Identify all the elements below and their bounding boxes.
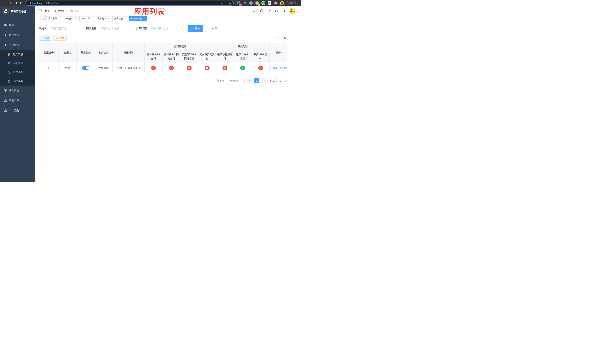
status-select[interactable] — [149, 25, 184, 32]
chevron-up-icon — [30, 44, 32, 46]
user-menu[interactable] — [290, 8, 298, 14]
password-key-icon[interactable] — [220, 1, 224, 5]
address-bar[interactable]: localhost:1024/pay/app — [26, 1, 234, 6]
share-icon[interactable] — [224, 1, 228, 5]
tab-user-group[interactable]: 用户分组✕ — [63, 16, 78, 21]
sidebar-item-workflow[interactable]: 工作流程 — [0, 106, 35, 116]
sidebar-fold-icon[interactable] — [38, 9, 42, 13]
close-icon[interactable]: ✕ — [124, 17, 126, 20]
sidebar-item-label: 基础设施 — [9, 89, 19, 92]
edit-label: 修改 — [273, 66, 277, 70]
browser-menu-button[interactable] — [297, 2, 299, 5]
sidebar-item-home[interactable]: 首页 — [0, 20, 35, 30]
tab-pay-orders[interactable]: 支付订单✕ — [79, 16, 95, 21]
sidebar-item-refund-orders[interactable]: 退款订单 — [0, 77, 35, 86]
status-toggle[interactable] — [82, 66, 89, 70]
update-label: 更新 — [289, 1, 293, 5]
export-button[interactable]: 导出 — [53, 35, 67, 41]
extension-blocks-icon[interactable]: 10 — [237, 1, 241, 5]
profile-emoji-avatar[interactable] — [280, 1, 284, 5]
sidebar-item-dev-tools[interactable]: 研发工具 — [0, 96, 35, 106]
fullscreen-icon[interactable] — [275, 9, 278, 13]
header-search-icon[interactable] — [252, 9, 256, 13]
col-header-alipay-qr: 支付宝扫码支付 — [198, 50, 216, 63]
sidebar-item-label: 退款订单 — [13, 79, 23, 83]
page-content: 应用名 商户名称 开启状态 搜索 — [35, 22, 301, 83]
extension-command-icon[interactable]: ⌘ — [249, 1, 253, 5]
browser-reload-button[interactable] — [13, 0, 18, 6]
tab-process-form[interactable]: 流程表单✕ — [46, 16, 62, 21]
browser-back-button[interactable] — [2, 0, 7, 6]
extension-target-icon[interactable]: 1 — [255, 1, 259, 5]
close-icon[interactable]: ✕ — [107, 17, 110, 20]
channel-status-icon — [240, 65, 245, 70]
refresh-table-button[interactable] — [282, 35, 288, 41]
delete-link[interactable]: 删除 — [279, 66, 287, 70]
url-text[interactable]: localhost:1024/pay/app — [32, 2, 220, 4]
tab-refund-orders[interactable]: 退款订单✕ — [96, 16, 111, 21]
toggle-search-button[interactable] — [274, 35, 280, 41]
breadcrumb-home[interactable]: 首页 — [45, 9, 50, 13]
browser-home-button[interactable] — [19, 0, 24, 6]
sidebar-item-payment[interactable]: ¥ 支付管理 — [0, 40, 35, 50]
sidebar-item-pay-orders[interactable]: ¥ 支付订单 — [0, 68, 35, 77]
browser-update-button[interactable]: 更新 — [287, 1, 296, 5]
app-name-input[interactable] — [49, 25, 82, 32]
bookmark-star-icon[interactable] — [228, 1, 232, 5]
goto-page-input[interactable] — [276, 78, 284, 83]
tab-home[interactable]: 首页 — [38, 16, 45, 21]
close-icon[interactable]: ✕ — [143, 17, 145, 20]
sidebar-logo[interactable]: 芋道管理系统 — [0, 6, 35, 17]
breadcrumb: 首页 / 支付管理 / 应用信息 — [45, 9, 79, 13]
reset-label: 重置 — [212, 27, 217, 30]
font-size-icon[interactable]: TT — [282, 9, 286, 13]
page-number-1[interactable]: 1 — [254, 78, 259, 83]
sidebar: 芋道管理系统 首页 系统管理 ¥ 支付管理 — [0, 6, 35, 182]
extension-gem-icon[interactable] — [243, 1, 247, 5]
svg-text:¥: ¥ — [9, 72, 10, 73]
logo-rabbit-image — [3, 9, 9, 14]
close-icon[interactable]: ✕ — [58, 17, 60, 20]
tab-app-info[interactable]: 应用信息✕ — [129, 16, 147, 21]
breadcrumb-separator: / — [52, 10, 52, 12]
row-alipay-app-cell — [145, 63, 162, 73]
sidebar-item-label: 系统管理 — [9, 33, 19, 37]
page-size-select[interactable]: 10条/页 — [227, 78, 245, 83]
close-icon[interactable]: ✕ — [91, 17, 93, 20]
help-icon[interactable] — [267, 9, 271, 13]
col-header-alipay-app: 支付宝 APP 支付 — [145, 50, 162, 63]
group-header-wechat: 微信配置 — [216, 43, 269, 50]
extensions-puzzle-icon[interactable] — [274, 1, 278, 5]
col-header-created: 创建时间 — [113, 43, 145, 63]
status-select-input[interactable] — [149, 25, 184, 32]
breadcrumb-payment[interactable]: 支付管理 — [54, 9, 64, 13]
merchant-name-input[interactable] — [99, 25, 132, 32]
chevron-down-icon — [239, 80, 242, 82]
extension-badge: 1 — [258, 3, 260, 6]
tags-view-bar: 首页 流程表单✕ 用户分组✕ 支付订单✕ 退款订单✕ 商户信息✕ 应用信息✕ — [35, 16, 301, 22]
plus-icon: + — [41, 36, 43, 39]
channel-status-icon — [205, 65, 210, 70]
github-icon[interactable] — [260, 9, 263, 13]
extension-chat-icon[interactable] — [268, 1, 271, 5]
table-toolbar: + 新增 导出 — [39, 35, 288, 41]
search-button[interactable]: 搜索 — [188, 25, 203, 32]
tab-merchant-info[interactable]: 商户信息✕ — [112, 16, 128, 21]
row-wx-jsapi-cell — [234, 63, 252, 73]
sidebar-item-app-info[interactable]: 应用信息 — [0, 59, 35, 68]
sidebar-item-infrastructure[interactable]: 基础设施 — [0, 86, 35, 96]
edit-link[interactable]: 修改 — [270, 66, 277, 70]
reset-button[interactable]: 重置 — [205, 25, 220, 32]
sidebar-item-merchant-info[interactable]: 商户信息 — [0, 50, 35, 59]
channel-status-icon — [223, 65, 227, 70]
extension-y-icon[interactable]: y — [261, 1, 265, 5]
add-button[interactable]: + 新增 — [39, 35, 51, 41]
prev-page-button[interactable] — [247, 78, 252, 83]
close-icon[interactable]: ✕ — [75, 17, 77, 20]
extension-icons: 10 ⌘ 1 y — [236, 1, 285, 5]
next-page-button[interactable] — [262, 78, 267, 83]
browser-forward-button[interactable] — [7, 0, 13, 6]
sidebar-item-system[interactable]: 系统管理 — [0, 30, 35, 40]
tab-label: 首页 — [39, 17, 44, 20]
site-info-icon[interactable] — [28, 1, 32, 5]
